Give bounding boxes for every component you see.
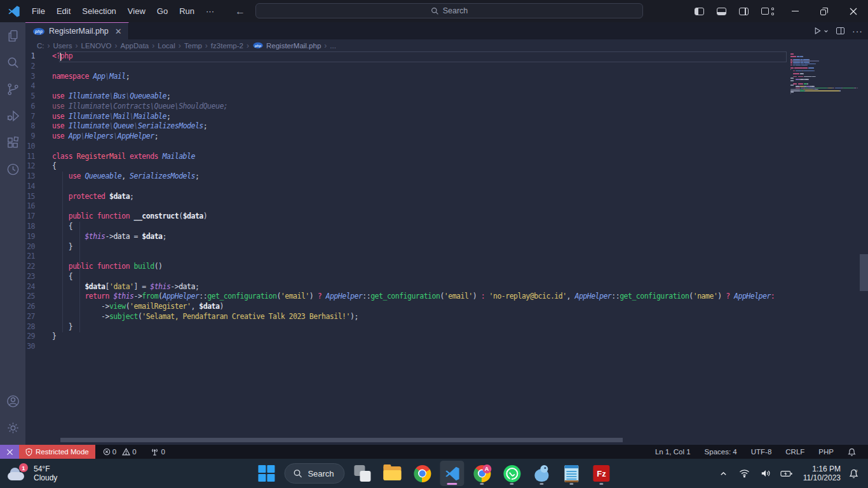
code-line[interactable]: 2	[25, 62, 868, 72]
code-line[interactable]: 25 return $this->from(AppHelper::get_con…	[25, 292, 868, 302]
nav-back-button[interactable]: ←	[235, 6, 245, 17]
line-number[interactable]: 30	[25, 342, 43, 352]
code-line[interactable]: 13 use Queueable, SerializesModels;	[25, 172, 868, 182]
extensions-icon[interactable]	[0, 129, 25, 156]
code-line[interactable]: 19 $this->data = $data;	[25, 232, 868, 242]
line-number[interactable]: 10	[25, 142, 43, 152]
line-number[interactable]: 18	[25, 222, 43, 232]
code-line[interactable]: 28 }	[25, 322, 868, 332]
source-control-icon[interactable]	[0, 76, 25, 102]
code-line[interactable]: 30	[25, 342, 868, 352]
code-line[interactable]: 16	[25, 201, 868, 212]
indentation-setting[interactable]: Spaces: 4	[700, 448, 742, 456]
code-line[interactable]: 12{	[25, 161, 868, 172]
remote-indicator[interactable]	[0, 445, 19, 459]
code-line[interactable]: 6use Illuminate\Contracts\Queue\ShouldQu…	[25, 102, 868, 112]
tab-close-icon[interactable]: ✕	[115, 27, 122, 36]
line-number[interactable]: 22	[25, 262, 43, 272]
code-line[interactable]: 29}	[25, 332, 868, 342]
line-number[interactable]: 1	[25, 51, 43, 62]
close-button[interactable]	[839, 0, 868, 22]
code-line[interactable]: 1<?php	[25, 51, 868, 62]
breadcrumb-item[interactable]: ...	[330, 42, 336, 50]
file-explorer-button[interactable]	[381, 461, 405, 486]
line-number[interactable]: 8	[25, 121, 43, 132]
battery-icon[interactable]	[778, 464, 795, 483]
line-number[interactable]: 25	[25, 292, 43, 302]
minimap[interactable]	[788, 52, 860, 96]
line-number[interactable]: 13	[25, 172, 43, 182]
code-line[interactable]: 4	[25, 81, 868, 92]
weather-widget[interactable]: 1 54°F Cloudy	[6, 464, 57, 482]
minimize-button[interactable]	[780, 0, 810, 22]
toggle-primary-sidebar-icon[interactable]	[695, 8, 704, 15]
settings-gear-icon[interactable]	[0, 414, 25, 441]
line-number[interactable]: 24	[25, 282, 43, 292]
menu-item-view[interactable]: View	[122, 4, 151, 18]
line-number[interactable]: 26	[25, 302, 43, 312]
code-line[interactable]: 11class RegisterMail extends Mailable	[25, 152, 868, 162]
more-actions-icon[interactable]: ···	[852, 26, 863, 36]
line-number[interactable]: 14	[25, 182, 43, 192]
ports-indicator[interactable]: 0	[147, 445, 169, 459]
toggle-secondary-sidebar-icon[interactable]	[739, 8, 749, 15]
code-line[interactable]: 22 public function build()	[25, 262, 868, 272]
chrome-button[interactable]	[410, 461, 435, 486]
search-sidebar-icon[interactable]	[0, 49, 25, 76]
notification-bell-icon[interactable]: z	[845, 464, 862, 483]
line-number[interactable]: 23	[25, 272, 43, 282]
breadcrumb-item[interactable]: Temp	[184, 42, 202, 50]
line-number[interactable]: 21	[25, 252, 43, 262]
tray-chevron-icon[interactable]	[715, 464, 732, 483]
code-line[interactable]: 5use Illuminate\Bus\Queueable;	[25, 92, 868, 102]
code-line[interactable]: 10	[25, 142, 868, 152]
eol-setting[interactable]: CRLF	[781, 448, 809, 456]
account-icon[interactable]	[0, 388, 25, 414]
run-code-button[interactable]	[813, 27, 829, 35]
code-line[interactable]: 21	[25, 252, 868, 262]
code-line[interactable]: 20 }	[25, 242, 868, 252]
code-line[interactable]: 26 ->view('emailRegister', $data)	[25, 302, 868, 312]
code-line[interactable]: 8use Illuminate\Queue\SerializesModels;	[25, 121, 868, 132]
taskbar-search[interactable]: Search	[284, 463, 344, 484]
command-center-search[interactable]: Search	[255, 3, 643, 18]
filezilla-button[interactable]: Fz	[590, 461, 614, 486]
menu-item-[interactable]: ···	[200, 4, 220, 18]
vscode-button[interactable]	[440, 461, 465, 486]
code-line[interactable]: 18 {	[25, 222, 868, 232]
code-line[interactable]: 3namespace App\Mail;	[25, 72, 868, 82]
line-number[interactable]: 20	[25, 242, 43, 252]
split-editor-icon[interactable]	[836, 27, 844, 34]
code-line[interactable]: 17 public function __construct($data)	[25, 212, 868, 222]
notifications-bell-icon[interactable]	[843, 448, 860, 456]
volume-icon[interactable]	[757, 464, 774, 483]
breadcrumb-item[interactable]: AppData	[120, 42, 149, 50]
whatsapp-button[interactable]	[500, 461, 524, 486]
breadcrumb-item[interactable]: C:	[37, 42, 44, 50]
tab-registermail[interactable]: php RegisterMail.php ✕	[25, 22, 129, 39]
customize-layout-icon[interactable]	[761, 7, 774, 16]
chrome-profile-button[interactable]: A	[470, 461, 494, 486]
line-number[interactable]: 29	[25, 332, 43, 342]
line-number[interactable]: 19	[25, 232, 43, 242]
code-line[interactable]: 9use App\Helpers\AppHelper;	[25, 132, 868, 142]
horizontal-scrollbar[interactable]	[60, 438, 623, 442]
cursor-position[interactable]: Ln 1, Col 1	[651, 448, 695, 456]
line-number[interactable]: 2	[25, 62, 43, 72]
problems-indicator[interactable]: 0 0	[95, 445, 140, 459]
line-number[interactable]: 16	[25, 201, 43, 212]
menu-item-go[interactable]: Go	[151, 4, 173, 18]
code-line[interactable]: 27 ->subject('Selamat, Pendaftaran Creat…	[25, 312, 868, 322]
breadcrumb-item[interactable]: phpRegisterMail.php	[252, 42, 321, 50]
explorer-icon[interactable]	[0, 22, 25, 49]
code-line[interactable]: 23 {	[25, 272, 868, 282]
clock-extension-icon[interactable]	[0, 156, 25, 182]
code-line[interactable]: 7use Illuminate\Mail\Mailable;	[25, 112, 868, 122]
language-mode[interactable]: PHP	[814, 448, 838, 456]
notepad-button[interactable]	[560, 461, 584, 486]
line-number[interactable]: 9	[25, 132, 43, 142]
code-line[interactable]: 14	[25, 182, 868, 192]
line-number[interactable]: 7	[25, 112, 43, 122]
line-number[interactable]: 11	[25, 152, 43, 162]
breadcrumb-item[interactable]: fz3temp-2	[211, 42, 243, 50]
